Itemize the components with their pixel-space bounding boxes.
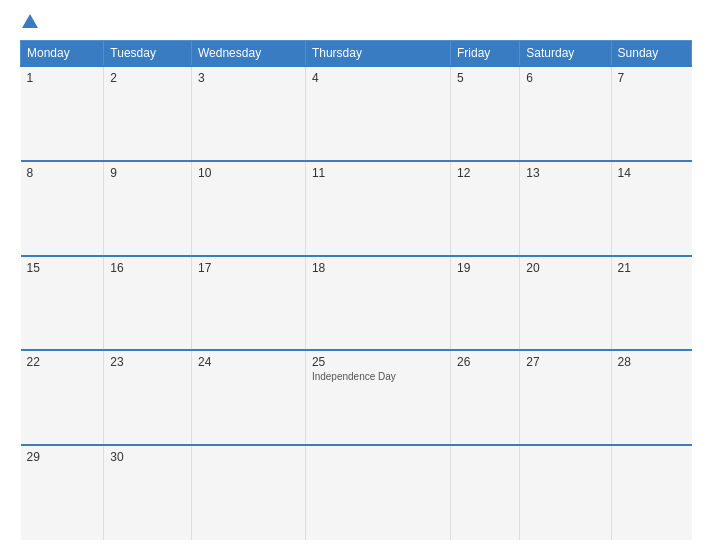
day-number: 22 bbox=[27, 355, 98, 369]
calendar-cell: 27 bbox=[520, 350, 611, 445]
column-header-friday: Friday bbox=[450, 41, 519, 67]
calendar-cell: 13 bbox=[520, 161, 611, 256]
calendar-cell: 5 bbox=[450, 66, 519, 161]
day-number: 18 bbox=[312, 261, 444, 275]
day-number: 27 bbox=[526, 355, 604, 369]
calendar-cell: 26 bbox=[450, 350, 519, 445]
day-number: 11 bbox=[312, 166, 444, 180]
column-header-thursday: Thursday bbox=[305, 41, 450, 67]
calendar-cell: 3 bbox=[191, 66, 305, 161]
calendar-cell: 28 bbox=[611, 350, 691, 445]
calendar-cell: 24 bbox=[191, 350, 305, 445]
day-number: 15 bbox=[27, 261, 98, 275]
calendar-cell: 23 bbox=[104, 350, 192, 445]
calendar-cell: 2 bbox=[104, 66, 192, 161]
week-row-3: 15161718192021 bbox=[21, 256, 692, 351]
calendar-cell: 14 bbox=[611, 161, 691, 256]
day-number: 21 bbox=[618, 261, 686, 275]
calendar-cell: 11 bbox=[305, 161, 450, 256]
logo-triangle-icon bbox=[22, 14, 38, 28]
calendar-table: MondayTuesdayWednesdayThursdayFridaySatu… bbox=[20, 40, 692, 540]
week-row-1: 1234567 bbox=[21, 66, 692, 161]
column-header-tuesday: Tuesday bbox=[104, 41, 192, 67]
calendar-cell: 18 bbox=[305, 256, 450, 351]
week-row-5: 2930 bbox=[21, 445, 692, 540]
calendar-cell: 15 bbox=[21, 256, 104, 351]
column-header-wednesday: Wednesday bbox=[191, 41, 305, 67]
calendar-cell: 4 bbox=[305, 66, 450, 161]
calendar-cell bbox=[450, 445, 519, 540]
day-number: 4 bbox=[312, 71, 444, 85]
holiday-label: Independence Day bbox=[312, 371, 444, 382]
calendar-cell: 7 bbox=[611, 66, 691, 161]
day-number: 8 bbox=[27, 166, 98, 180]
calendar-cell: 21 bbox=[611, 256, 691, 351]
calendar-cell bbox=[305, 445, 450, 540]
day-number: 29 bbox=[27, 450, 98, 464]
day-number: 16 bbox=[110, 261, 185, 275]
calendar-cell bbox=[191, 445, 305, 540]
column-header-saturday: Saturday bbox=[520, 41, 611, 67]
calendar-cell: 10 bbox=[191, 161, 305, 256]
day-number: 28 bbox=[618, 355, 686, 369]
day-number: 20 bbox=[526, 261, 604, 275]
day-number: 2 bbox=[110, 71, 185, 85]
week-row-4: 22232425Independence Day262728 bbox=[21, 350, 692, 445]
calendar-header-row: MondayTuesdayWednesdayThursdayFridaySatu… bbox=[21, 41, 692, 67]
day-number: 9 bbox=[110, 166, 185, 180]
day-number: 25 bbox=[312, 355, 444, 369]
day-number: 10 bbox=[198, 166, 299, 180]
calendar-cell: 30 bbox=[104, 445, 192, 540]
day-number: 14 bbox=[618, 166, 686, 180]
calendar-cell: 16 bbox=[104, 256, 192, 351]
column-header-monday: Monday bbox=[21, 41, 104, 67]
day-number: 6 bbox=[526, 71, 604, 85]
calendar-cell: 12 bbox=[450, 161, 519, 256]
day-number: 13 bbox=[526, 166, 604, 180]
logo bbox=[20, 14, 40, 28]
day-number: 3 bbox=[198, 71, 299, 85]
day-number: 5 bbox=[457, 71, 513, 85]
header bbox=[20, 10, 692, 32]
week-row-2: 891011121314 bbox=[21, 161, 692, 256]
calendar-cell bbox=[611, 445, 691, 540]
calendar-cell: 9 bbox=[104, 161, 192, 256]
day-number: 26 bbox=[457, 355, 513, 369]
calendar-cell: 6 bbox=[520, 66, 611, 161]
calendar-cell: 25Independence Day bbox=[305, 350, 450, 445]
day-number: 19 bbox=[457, 261, 513, 275]
day-number: 7 bbox=[618, 71, 686, 85]
calendar-cell: 1 bbox=[21, 66, 104, 161]
calendar-cell: 22 bbox=[21, 350, 104, 445]
day-number: 23 bbox=[110, 355, 185, 369]
day-number: 24 bbox=[198, 355, 299, 369]
column-header-sunday: Sunday bbox=[611, 41, 691, 67]
day-number: 12 bbox=[457, 166, 513, 180]
calendar-cell: 17 bbox=[191, 256, 305, 351]
day-number: 1 bbox=[27, 71, 98, 85]
calendar-cell bbox=[520, 445, 611, 540]
calendar-cell: 29 bbox=[21, 445, 104, 540]
calendar-cell: 20 bbox=[520, 256, 611, 351]
calendar-page: MondayTuesdayWednesdayThursdayFridaySatu… bbox=[0, 0, 712, 550]
day-number: 17 bbox=[198, 261, 299, 275]
calendar-cell: 19 bbox=[450, 256, 519, 351]
day-number: 30 bbox=[110, 450, 185, 464]
calendar-cell: 8 bbox=[21, 161, 104, 256]
